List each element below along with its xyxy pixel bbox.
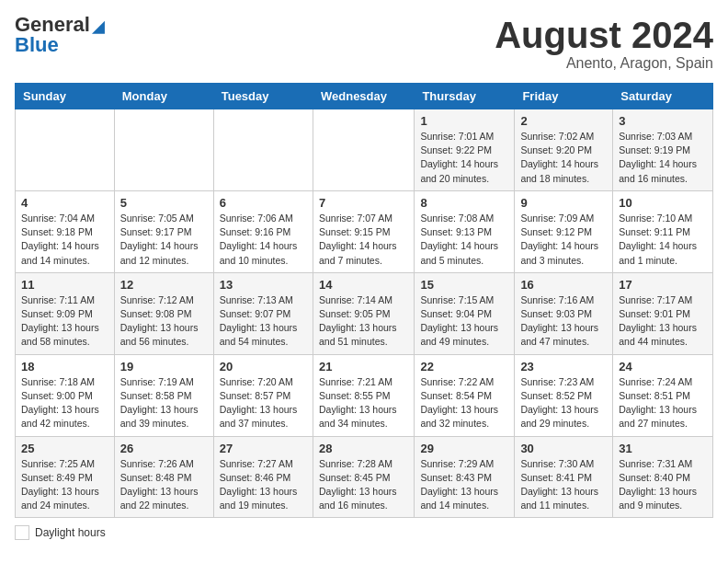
week-row-1: 1Sunrise: 7:01 AM Sunset: 9:22 PM Daylig… (16, 109, 713, 191)
day-cell-6: 6Sunrise: 7:06 AM Sunset: 9:16 PM Daylig… (213, 190, 313, 272)
day-number: 13 (220, 278, 307, 292)
col-header-monday: Monday (114, 84, 213, 109)
day-number: 5 (120, 196, 208, 210)
day-cell-1: 1Sunrise: 7:01 AM Sunset: 9:22 PM Daylig… (415, 109, 515, 191)
col-header-thursday: Thursday (415, 84, 515, 109)
day-cell-17: 17Sunrise: 7:17 AM Sunset: 9:01 PM Dayli… (613, 272, 713, 354)
day-info: Sunrise: 7:19 AM Sunset: 8:58 PM Dayligh… (120, 375, 208, 431)
day-cell-26: 26Sunrise: 7:26 AM Sunset: 8:48 PM Dayli… (114, 436, 213, 518)
day-info: Sunrise: 7:02 AM Sunset: 9:20 PM Dayligh… (520, 130, 607, 186)
day-info: Sunrise: 7:01 AM Sunset: 9:22 PM Dayligh… (420, 130, 508, 186)
day-cell-3: 3Sunrise: 7:03 AM Sunset: 9:19 PM Daylig… (613, 109, 713, 191)
day-number: 31 (619, 442, 707, 455)
day-cell-25: 25Sunrise: 7:25 AM Sunset: 8:49 PM Dayli… (16, 436, 115, 518)
day-cell-28: 28Sunrise: 7:28 AM Sunset: 8:45 PM Dayli… (313, 436, 414, 518)
day-info: Sunrise: 7:08 AM Sunset: 9:13 PM Dayligh… (420, 212, 508, 268)
col-header-tuesday: Tuesday (213, 84, 313, 109)
empty-cell (213, 109, 313, 191)
empty-cell (313, 109, 414, 191)
logo-blue: Blue (15, 33, 59, 56)
day-number: 14 (319, 278, 408, 292)
day-cell-18: 18Sunrise: 7:18 AM Sunset: 9:00 PM Dayli… (16, 354, 115, 436)
day-info: Sunrise: 7:26 AM Sunset: 8:48 PM Dayligh… (120, 457, 208, 513)
day-info: Sunrise: 7:10 AM Sunset: 9:11 PM Dayligh… (619, 212, 707, 268)
day-cell-30: 30Sunrise: 7:30 AM Sunset: 8:41 PM Dayli… (515, 436, 613, 518)
day-number: 30 (520, 442, 607, 455)
day-number: 24 (619, 360, 707, 373)
calendar-title: August 2024 (495, 15, 713, 55)
day-info: Sunrise: 7:05 AM Sunset: 9:17 PM Dayligh… (120, 212, 208, 268)
day-number: 19 (120, 360, 208, 373)
day-info: Sunrise: 7:23 AM Sunset: 8:52 PM Dayligh… (520, 375, 607, 431)
header-row: SundayMondayTuesdayWednesdayThursdayFrid… (16, 84, 713, 109)
daylight-swatch (15, 525, 29, 540)
col-header-sunday: Sunday (16, 84, 115, 109)
day-info: Sunrise: 7:14 AM Sunset: 9:05 PM Dayligh… (319, 293, 408, 350)
col-header-wednesday: Wednesday (313, 84, 414, 109)
day-number: 29 (420, 442, 508, 455)
day-cell-8: 8Sunrise: 7:08 AM Sunset: 9:13 PM Daylig… (415, 190, 515, 272)
day-cell-29: 29Sunrise: 7:29 AM Sunset: 8:43 PM Dayli… (415, 436, 515, 518)
day-info: Sunrise: 7:18 AM Sunset: 9:00 PM Dayligh… (21, 375, 108, 431)
col-header-friday: Friday (515, 84, 613, 109)
day-number: 20 (220, 360, 307, 373)
day-number: 11 (21, 278, 108, 292)
day-info: Sunrise: 7:28 AM Sunset: 8:45 PM Dayligh… (319, 457, 408, 513)
day-number: 7 (319, 196, 408, 210)
week-row-5: 25Sunrise: 7:25 AM Sunset: 8:49 PM Dayli… (16, 436, 713, 518)
logo-blue-text: Blue (15, 35, 59, 55)
empty-cell (114, 109, 213, 191)
day-info: Sunrise: 7:21 AM Sunset: 8:55 PM Dayligh… (319, 375, 408, 431)
week-row-3: 11Sunrise: 7:11 AM Sunset: 9:09 PM Dayli… (16, 272, 713, 354)
day-number: 18 (21, 360, 108, 373)
day-info: Sunrise: 7:12 AM Sunset: 9:08 PM Dayligh… (120, 293, 208, 350)
calendar-location: Anento, Aragon, Spain (495, 55, 713, 72)
day-number: 9 (520, 196, 607, 210)
day-cell-20: 20Sunrise: 7:20 AM Sunset: 8:57 PM Dayli… (213, 354, 313, 436)
daylight-label: Daylight hours (35, 526, 106, 539)
logo: General Blue (15, 15, 105, 55)
day-number: 8 (420, 196, 508, 210)
day-info: Sunrise: 7:20 AM Sunset: 8:57 PM Dayligh… (220, 375, 307, 431)
calendar-footer: Daylight hours (15, 525, 713, 540)
day-info: Sunrise: 7:09 AM Sunset: 9:12 PM Dayligh… (520, 212, 607, 268)
day-number: 25 (21, 442, 108, 455)
day-cell-12: 12Sunrise: 7:12 AM Sunset: 9:08 PM Dayli… (114, 272, 213, 354)
day-info: Sunrise: 7:29 AM Sunset: 8:43 PM Dayligh… (420, 457, 508, 513)
day-info: Sunrise: 7:16 AM Sunset: 9:03 PM Dayligh… (520, 293, 607, 350)
day-cell-11: 11Sunrise: 7:11 AM Sunset: 9:09 PM Dayli… (16, 272, 115, 354)
day-cell-7: 7Sunrise: 7:07 AM Sunset: 9:15 PM Daylig… (313, 190, 414, 272)
day-cell-16: 16Sunrise: 7:16 AM Sunset: 9:03 PM Dayli… (515, 272, 613, 354)
day-cell-27: 27Sunrise: 7:27 AM Sunset: 8:46 PM Dayli… (213, 436, 313, 518)
day-number: 28 (319, 442, 408, 455)
day-info: Sunrise: 7:24 AM Sunset: 8:51 PM Dayligh… (619, 375, 707, 431)
day-cell-23: 23Sunrise: 7:23 AM Sunset: 8:52 PM Dayli… (515, 354, 613, 436)
day-number: 4 (21, 196, 108, 210)
day-cell-15: 15Sunrise: 7:15 AM Sunset: 9:04 PM Dayli… (415, 272, 515, 354)
day-info: Sunrise: 7:31 AM Sunset: 8:40 PM Dayligh… (619, 457, 707, 513)
page-header: General Blue August 2024 Anento, Aragon,… (15, 15, 713, 72)
day-number: 2 (520, 114, 607, 128)
day-cell-22: 22Sunrise: 7:22 AM Sunset: 8:54 PM Dayli… (415, 354, 515, 436)
day-number: 3 (619, 114, 707, 128)
day-info: Sunrise: 7:17 AM Sunset: 9:01 PM Dayligh… (619, 293, 707, 350)
day-info: Sunrise: 7:06 AM Sunset: 9:16 PM Dayligh… (220, 212, 307, 268)
day-number: 21 (319, 360, 408, 373)
day-cell-14: 14Sunrise: 7:14 AM Sunset: 9:05 PM Dayli… (313, 272, 414, 354)
day-number: 17 (619, 278, 707, 292)
day-number: 1 (420, 114, 508, 128)
day-cell-24: 24Sunrise: 7:24 AM Sunset: 8:51 PM Dayli… (613, 354, 713, 436)
week-row-2: 4Sunrise: 7:04 AM Sunset: 9:18 PM Daylig… (16, 190, 713, 272)
day-info: Sunrise: 7:03 AM Sunset: 9:19 PM Dayligh… (619, 130, 707, 186)
day-info: Sunrise: 7:15 AM Sunset: 9:04 PM Dayligh… (420, 293, 508, 350)
day-cell-5: 5Sunrise: 7:05 AM Sunset: 9:17 PM Daylig… (114, 190, 213, 272)
day-cell-9: 9Sunrise: 7:09 AM Sunset: 9:12 PM Daylig… (515, 190, 613, 272)
day-cell-13: 13Sunrise: 7:13 AM Sunset: 9:07 PM Dayli… (213, 272, 313, 354)
day-cell-19: 19Sunrise: 7:19 AM Sunset: 8:58 PM Dayli… (114, 354, 213, 436)
day-cell-4: 4Sunrise: 7:04 AM Sunset: 9:18 PM Daylig… (16, 190, 115, 272)
day-number: 27 (220, 442, 307, 455)
col-header-saturday: Saturday (613, 84, 713, 109)
day-cell-31: 31Sunrise: 7:31 AM Sunset: 8:40 PM Dayli… (613, 436, 713, 518)
day-cell-10: 10Sunrise: 7:10 AM Sunset: 9:11 PM Dayli… (613, 190, 713, 272)
day-info: Sunrise: 7:27 AM Sunset: 8:46 PM Dayligh… (220, 457, 307, 513)
